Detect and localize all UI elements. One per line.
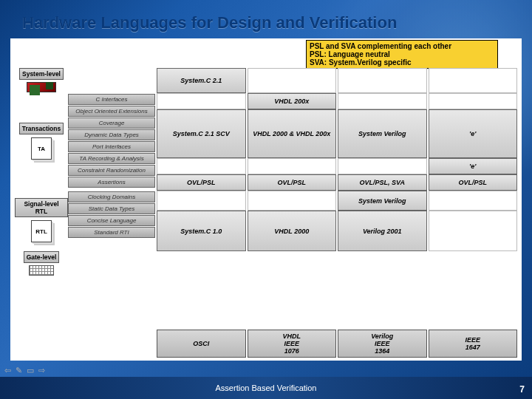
grid: System-level System.C 2.1 Transactions T… (15, 68, 517, 327)
lang-cell: System.C 2.1 SCV (157, 109, 246, 158)
standard-cell: VHDL IEEE 1076 (248, 330, 337, 358)
level-gate: Gate-level (24, 251, 60, 263)
feature-label: Clocking Domains (68, 191, 155, 202)
feature-label: C Interfaces (68, 94, 155, 105)
feature-label: Static Data Types (68, 203, 155, 214)
lang-cell: System.C 2.1 (157, 68, 246, 93)
feature-label: Object Oriented Extensions (68, 106, 155, 117)
feature-label: Concise Language (68, 215, 155, 226)
callout-line: SVA: System.Verilog specific (310, 58, 494, 66)
lang-cell: System.C 1.0 (157, 211, 246, 251)
lang-cell: OVL/PSL (248, 174, 337, 191)
lang-cell (429, 211, 518, 251)
feature-label: Assertions (68, 177, 155, 188)
lang-cell: VHDL 2000 (248, 211, 337, 251)
lang-cell (429, 93, 518, 109)
level-rtl: Signal-level RTL (15, 198, 68, 217)
lang-cell (429, 68, 518, 93)
lang-cell (248, 158, 337, 174)
lang-cell (338, 93, 427, 109)
doc-rtl-icon: RTL (31, 220, 52, 242)
lang-cell (248, 68, 337, 93)
nav-icons: ⇦ ✎ ▭ ⇨ (4, 366, 45, 375)
diagram-area: PSL and SVA complementing each other PSL… (10, 38, 522, 361)
lang-cell (248, 191, 337, 211)
standard-cell: Verilog IEEE 1364 (338, 330, 427, 358)
callout-note: PSL and SVA complementing each other PSL… (306, 40, 498, 69)
level-transactions: Transactions (19, 123, 64, 134)
lang-cell: System Verilog (338, 109, 427, 158)
feature-label: Standard RTI (68, 227, 155, 238)
chip-icon (27, 82, 56, 92)
slide-title: Hardware Languages for Design and Verifi… (22, 13, 397, 33)
standards-row: OSCI VHDL IEEE 1076 Verilog IEEE 1364 IE… (15, 330, 517, 358)
lang-cell (157, 93, 246, 109)
doc-ta-icon: TA (31, 137, 52, 160)
lang-cell: OVL/PSL (157, 174, 246, 191)
feature-label: Dynamic Data Types (68, 129, 155, 140)
nav-prev-icon[interactable]: ⇦ (4, 366, 11, 375)
gate-icon (29, 265, 54, 276)
lang-cell: 'e' (429, 109, 518, 158)
nav-screen-icon[interactable]: ▭ (27, 366, 34, 375)
standard-cell: IEEE 1647 (429, 330, 518, 358)
nav-next-icon[interactable]: ⇨ (38, 366, 45, 375)
nav-edit-icon[interactable]: ✎ (16, 366, 22, 375)
standard-cell: OSCI (157, 330, 246, 358)
feature-label: TA Recording & Analysis (68, 153, 155, 164)
lang-cell: VHDL 2000 & VHDL 200x (248, 109, 337, 158)
page-number: 7 (519, 384, 525, 395)
lang-cell: VHDL 200x (248, 93, 337, 109)
lang-cell: Verilog 2001 (338, 211, 427, 251)
lang-cell: OVL/PSL (429, 174, 518, 191)
lang-cell (338, 68, 427, 93)
lang-cell (429, 191, 518, 211)
footer-title: Assertion Based Verification (0, 383, 532, 392)
lang-cell (338, 158, 427, 174)
lang-cell (157, 191, 246, 211)
callout-line: PSL: Language neutral (310, 50, 494, 58)
feature-label: Port Interfaces (68, 141, 155, 152)
feature-label: Coverage (68, 117, 155, 129)
lang-cell: 'e' (429, 158, 518, 174)
level-system: System-level (19, 68, 64, 80)
lang-cell: System Verilog (338, 191, 427, 211)
callout-line: PSL and SVA complementing each other (310, 42, 494, 50)
feature-label: Constraint Randomization (68, 165, 155, 176)
lang-cell (157, 158, 246, 174)
lang-cell: OVL/PSL, SVA (338, 174, 427, 191)
footer-bar: Assertion Based Verification 7 (0, 377, 532, 399)
